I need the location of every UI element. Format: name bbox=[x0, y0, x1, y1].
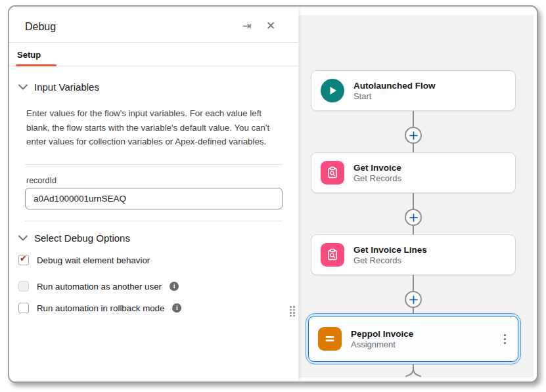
node-subtitle: Get Records bbox=[353, 173, 401, 183]
dock-right-icon[interactable]: ⇥ bbox=[240, 20, 254, 33]
header-divider bbox=[9, 42, 298, 43]
chevron-down-icon bbox=[18, 84, 28, 90]
info-icon[interactable]: i bbox=[170, 282, 179, 291]
node-title: Get Invoice bbox=[353, 163, 401, 173]
add-element-button[interactable] bbox=[405, 127, 422, 144]
option-label: Run automation in rollback mode bbox=[37, 303, 164, 313]
selected-node-highlight: Peppol Invoice Assignment bbox=[306, 313, 521, 364]
debug-panel: Debug ⇥ ✕ Setup Input Variables Enter va… bbox=[9, 7, 298, 381]
start-flow-icon bbox=[321, 79, 344, 102]
option-debug-wait: Debug wait element behavior bbox=[18, 253, 150, 267]
option-rollback-mode: Run automation in rollback mode i bbox=[18, 301, 181, 315]
panel-title: Debug bbox=[25, 21, 56, 33]
chevron-down-icon bbox=[18, 235, 28, 241]
option-label: Run automation as another user bbox=[37, 282, 162, 292]
merge-connector bbox=[400, 364, 426, 379]
section-divider bbox=[25, 164, 283, 165]
section-heading-label: Select Debug Options bbox=[34, 232, 130, 244]
node-title: Get Invoice Lines bbox=[353, 245, 427, 255]
panel-resize-handle[interactable] bbox=[290, 306, 295, 316]
get-records-icon bbox=[321, 161, 344, 185]
tab-setup[interactable]: Setup bbox=[17, 50, 41, 60]
recordid-input[interactable] bbox=[25, 188, 283, 209]
checkbox[interactable] bbox=[18, 303, 29, 313]
flow-node-autolaunched-flow[interactable]: Autolaunched Flow Start bbox=[311, 70, 516, 111]
input-variables-description: Enter values for the flow's input variab… bbox=[26, 106, 284, 149]
section-heading-label: Input Variables bbox=[34, 81, 99, 93]
node-subtitle: Start bbox=[353, 91, 436, 101]
section-input-variables[interactable]: Input Variables bbox=[18, 81, 99, 93]
assignment-icon bbox=[318, 327, 342, 351]
node-menu-kebab-icon[interactable] bbox=[501, 332, 509, 347]
get-records-icon bbox=[321, 243, 344, 267]
node-subtitle: Get Records bbox=[353, 255, 427, 265]
active-tab-underline bbox=[16, 64, 57, 66]
checkbox[interactable] bbox=[18, 281, 29, 292]
section-divider bbox=[25, 221, 283, 221]
add-element-button[interactable] bbox=[405, 291, 422, 308]
node-title: Autolaunched Flow bbox=[353, 81, 436, 91]
info-icon[interactable]: i bbox=[172, 303, 181, 313]
section-select-debug-options[interactable]: Select Debug Options bbox=[18, 232, 130, 244]
flow-node-get-invoice[interactable]: Get Invoice Get Records bbox=[311, 152, 516, 193]
recordid-label: recordId bbox=[26, 176, 57, 185]
option-run-as-another-user: Run automation as another user i bbox=[18, 280, 179, 293]
option-label: Debug wait element behavior bbox=[37, 255, 150, 265]
add-element-button[interactable] bbox=[405, 209, 422, 226]
close-icon[interactable]: ✕ bbox=[264, 20, 277, 33]
node-subtitle: Assignment bbox=[351, 339, 413, 349]
checkbox[interactable] bbox=[18, 255, 29, 265]
app-window: Autolaunched Flow Start Get Invoice Get … bbox=[8, 5, 538, 383]
flow-node-get-invoice-lines[interactable]: Get Invoice Lines Get Records bbox=[311, 234, 516, 275]
flow-node-peppol-invoice[interactable]: Peppol Invoice Assignment bbox=[308, 316, 518, 362]
node-title: Peppol Invoice bbox=[351, 329, 413, 339]
